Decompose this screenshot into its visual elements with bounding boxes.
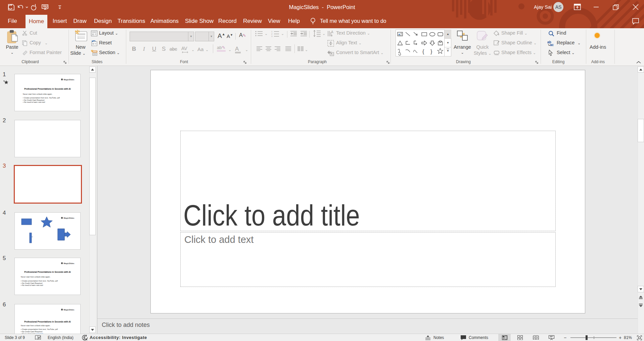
svg-text:MagicSlides: MagicSlides: [64, 79, 75, 81]
svg-text:A: A: [398, 33, 400, 36]
svg-text:{: {: [422, 49, 424, 54]
svg-text:1: 1: [271, 31, 273, 33]
svg-text:2: 2: [271, 33, 273, 35]
svg-text:}: }: [430, 49, 432, 54]
svg-text:MagicSlides: MagicSlides: [64, 309, 75, 311]
svg-text:A: A: [331, 30, 333, 34]
svg-text:3: 3: [271, 35, 273, 37]
svg-text:ac: ac: [550, 43, 554, 46]
svg-text:MagicSlides: MagicSlides: [64, 262, 75, 264]
